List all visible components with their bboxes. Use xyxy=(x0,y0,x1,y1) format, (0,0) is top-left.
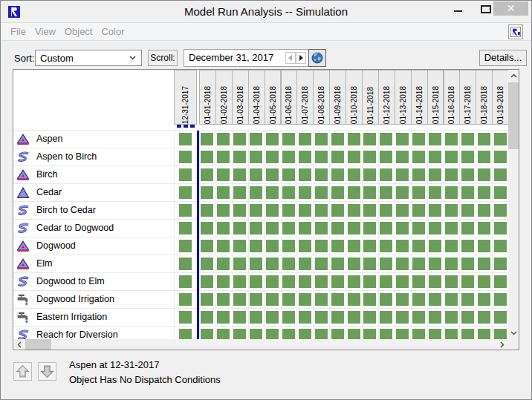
dispatch-cell[interactable] xyxy=(179,204,192,217)
dispatch-cell[interactable] xyxy=(396,222,409,235)
menu-view[interactable]: View xyxy=(35,26,56,37)
dispatch-cell[interactable] xyxy=(179,186,192,199)
dispatch-cell[interactable] xyxy=(429,258,441,270)
dispatch-cell[interactable] xyxy=(363,222,376,235)
dispatch-cell[interactable] xyxy=(315,311,328,324)
object-label[interactable]: Reach for Diversion xyxy=(36,327,118,339)
dispatch-cell[interactable] xyxy=(396,329,409,339)
dispatch-cell[interactable] xyxy=(445,329,458,339)
dispatch-cell[interactable] xyxy=(380,275,392,288)
dispatch-cell[interactable] xyxy=(331,151,344,163)
horizontal-scrollbar[interactable] xyxy=(13,339,508,350)
dispatch-cell[interactable] xyxy=(478,293,490,306)
dispatch-cell[interactable] xyxy=(266,293,279,306)
dispatch-cell[interactable] xyxy=(266,204,279,217)
dispatch-cell[interactable] xyxy=(461,168,474,181)
dispatch-cell[interactable] xyxy=(179,151,192,163)
dispatch-cell[interactable] xyxy=(445,293,458,306)
dispatch-cell[interactable] xyxy=(201,293,213,306)
dispatch-cell[interactable] xyxy=(282,329,295,339)
column-header[interactable]: 01-05-2018 xyxy=(265,70,282,125)
dispatch-cell[interactable] xyxy=(363,240,376,252)
object-label[interactable]: Cedar xyxy=(36,184,62,201)
dispatch-cell[interactable] xyxy=(299,133,311,145)
dispatch-cell[interactable] xyxy=(233,258,246,270)
dispatch-cell[interactable] xyxy=(478,168,490,181)
dispatch-cell[interactable] xyxy=(494,204,507,217)
dispatch-cell[interactable] xyxy=(331,311,344,324)
dispatch-cell[interactable] xyxy=(494,293,507,306)
dispatch-cell[interactable] xyxy=(201,204,213,217)
dispatch-cell[interactable] xyxy=(233,275,246,288)
dispatch-cell[interactable] xyxy=(445,222,458,235)
dispatch-cell[interactable] xyxy=(217,329,230,339)
dispatch-cell[interactable] xyxy=(299,258,311,270)
dispatch-cell[interactable] xyxy=(429,186,441,199)
dispatch-cell[interactable] xyxy=(461,186,474,199)
dispatch-cell[interactable] xyxy=(429,275,441,288)
dispatch-cell[interactable] xyxy=(266,258,279,270)
dispatch-cell[interactable] xyxy=(179,275,192,288)
column-header[interactable]: 01-13-2018 xyxy=(395,70,412,125)
dispatch-cell[interactable] xyxy=(380,204,392,217)
vertical-scroll-thumb[interactable] xyxy=(508,82,519,149)
dispatch-cell[interactable] xyxy=(494,329,507,339)
dispatch-cell[interactable] xyxy=(461,329,474,339)
details-button[interactable]: Details... xyxy=(479,50,527,66)
dispatch-cell[interactable] xyxy=(233,311,246,324)
dispatch-cell[interactable] xyxy=(266,168,279,181)
dispatch-cell[interactable] xyxy=(282,186,295,199)
dispatch-cell[interactable] xyxy=(380,186,392,199)
column-header[interactable]: 01-17-2018 xyxy=(459,70,476,125)
dispatch-cell[interactable] xyxy=(412,133,425,145)
dispatch-cell[interactable] xyxy=(494,151,507,163)
dispatch-cell[interactable] xyxy=(348,204,360,217)
scroll-left-arrow[interactable] xyxy=(13,339,25,350)
dispatch-cell[interactable] xyxy=(348,133,360,145)
dispatch-cell[interactable] xyxy=(179,329,192,339)
dispatch-cell[interactable] xyxy=(348,329,360,339)
dispatch-cell[interactable] xyxy=(348,258,360,270)
scroll-date-input[interactable]: December 31, 2017 xyxy=(184,50,285,66)
column-header[interactable]: 01-12-2018 xyxy=(378,70,395,125)
dispatch-cell[interactable] xyxy=(494,275,507,288)
dispatch-cell[interactable] xyxy=(429,293,441,306)
dispatch-cell[interactable] xyxy=(217,311,230,324)
object-label[interactable]: Birch to Cedar xyxy=(36,202,96,219)
object-label[interactable]: Aspen xyxy=(36,131,62,148)
dispatch-cell[interactable] xyxy=(363,168,376,181)
dispatch-cell[interactable] xyxy=(412,204,425,217)
scroll-up-arrow[interactable] xyxy=(508,70,519,82)
dispatch-cell[interactable] xyxy=(233,222,246,235)
dispatch-cell[interactable] xyxy=(429,311,441,324)
dispatch-cell[interactable] xyxy=(299,240,311,252)
dispatch-cell[interactable] xyxy=(494,186,507,199)
dispatch-cell[interactable] xyxy=(233,329,246,339)
dispatch-cell[interactable] xyxy=(445,311,458,324)
dispatch-cell[interactable] xyxy=(445,186,458,199)
dispatch-cell[interactable] xyxy=(445,275,458,288)
dispatch-cell[interactable] xyxy=(299,151,311,163)
dispatch-cell[interactable] xyxy=(429,151,441,163)
dispatch-cell[interactable] xyxy=(396,275,409,288)
column-header[interactable]: 01-09-2018 xyxy=(329,70,346,125)
dispatch-cell[interactable] xyxy=(478,151,490,163)
dispatch-cell[interactable] xyxy=(461,240,474,252)
dispatch-cell[interactable] xyxy=(331,240,344,252)
dispatch-cell[interactable] xyxy=(363,204,376,217)
dispatch-cell[interactable] xyxy=(217,168,230,181)
dispatch-cell[interactable] xyxy=(445,133,458,145)
dispatch-cell[interactable] xyxy=(396,133,409,145)
dispatch-cell[interactable] xyxy=(250,222,262,235)
dispatch-cell[interactable] xyxy=(315,186,328,199)
column-header-initial[interactable]: 12-31-2017 xyxy=(174,70,197,125)
dispatch-cell[interactable] xyxy=(348,293,360,306)
dispatch-cell[interactable] xyxy=(445,168,458,181)
dispatch-cell[interactable] xyxy=(315,222,328,235)
dispatch-cell[interactable] xyxy=(179,168,192,181)
dispatch-cell[interactable] xyxy=(250,151,262,163)
dispatch-cell[interactable] xyxy=(282,240,295,252)
dispatch-cell[interactable] xyxy=(429,168,441,181)
dispatch-cell[interactable] xyxy=(429,204,441,217)
dispatch-cell[interactable] xyxy=(478,329,490,339)
